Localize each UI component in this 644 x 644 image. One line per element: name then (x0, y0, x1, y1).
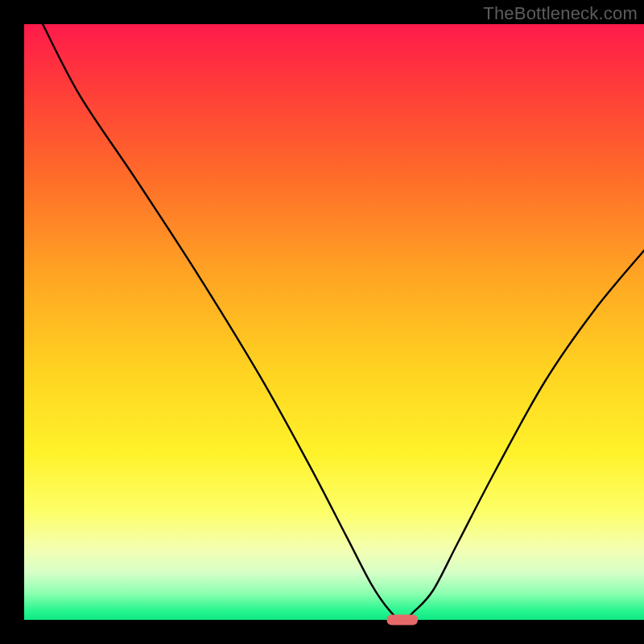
watermark-text: TheBottleneck.com (483, 3, 638, 24)
plot-background (24, 24, 644, 620)
minimum-marker (386, 615, 418, 625)
bottleneck-chart (0, 0, 644, 644)
chart-frame: TheBottleneck.com (0, 0, 644, 644)
